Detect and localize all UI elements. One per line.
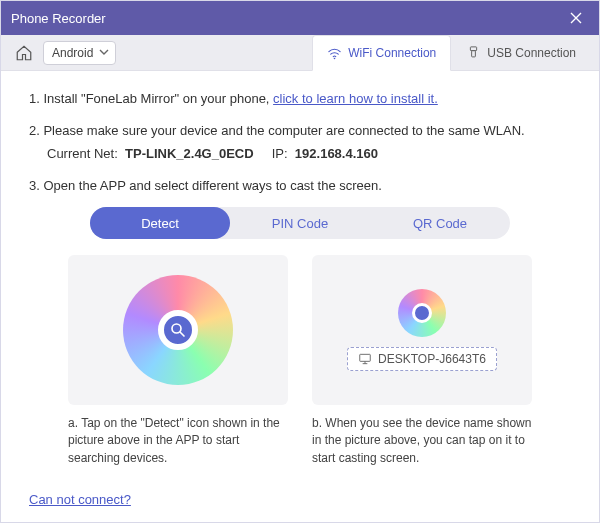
detect-illustration bbox=[68, 255, 288, 405]
color-wheel-icon bbox=[123, 275, 233, 385]
step-2: 2. Please make sure your device and the … bbox=[29, 121, 571, 164]
svg-rect-4 bbox=[360, 354, 371, 361]
cast-mode-segments: Detect PIN Code QR Code bbox=[90, 207, 510, 239]
svg-point-0 bbox=[334, 57, 336, 59]
toolbar: Android WiFi Connection USB Connection bbox=[1, 35, 599, 71]
device-illustration: DESKTOP-J6643T6 bbox=[312, 255, 532, 405]
ip-label: IP: bbox=[272, 146, 288, 161]
usb-icon bbox=[466, 45, 481, 60]
platform-select[interactable]: Android bbox=[43, 41, 116, 65]
segment-detect[interactable]: Detect bbox=[90, 207, 230, 239]
tab-wifi-connection[interactable]: WiFi Connection bbox=[312, 35, 451, 71]
step-2-text: 2. Please make sure your device and the … bbox=[29, 121, 571, 141]
content-area: 1. Install "FoneLab Mirror" on your phon… bbox=[1, 71, 599, 476]
tab-usb-label: USB Connection bbox=[487, 46, 576, 60]
color-wheel-small-icon bbox=[398, 289, 446, 337]
step-1-text: 1. Install "FoneLab Mirror" on your phon… bbox=[29, 91, 273, 106]
panel-detect: a. Tap on the "Detect" icon shown in the… bbox=[68, 255, 288, 467]
search-icon bbox=[158, 310, 198, 350]
svg-rect-1 bbox=[471, 47, 477, 51]
tab-wifi-label: WiFi Connection bbox=[348, 46, 436, 60]
app-window: Phone Recorder Android WiFi Connection U… bbox=[0, 0, 600, 523]
network-info: Current Net: TP-LINK_2.4G_0ECD IP: 192.1… bbox=[29, 144, 571, 164]
device-name: DESKTOP-J6643T6 bbox=[378, 352, 486, 366]
wifi-icon bbox=[327, 46, 342, 61]
install-help-link[interactable]: click to learn how to install it. bbox=[273, 91, 438, 106]
window-title: Phone Recorder bbox=[11, 11, 563, 26]
close-icon[interactable] bbox=[563, 11, 589, 25]
device-chip[interactable]: DESKTOP-J6643T6 bbox=[347, 347, 497, 371]
titlebar: Phone Recorder bbox=[1, 1, 599, 35]
tab-usb-connection[interactable]: USB Connection bbox=[451, 35, 591, 71]
segment-qr-code[interactable]: QR Code bbox=[370, 207, 510, 239]
chevron-down-icon bbox=[99, 47, 109, 57]
caption-b: b. When you see the device name shown in… bbox=[312, 415, 532, 467]
step-3: 3. Open the APP and select different way… bbox=[29, 176, 571, 196]
svg-point-3 bbox=[172, 324, 181, 333]
illustration-panels: a. Tap on the "Detect" icon shown in the… bbox=[29, 255, 571, 467]
svg-rect-2 bbox=[472, 51, 476, 57]
platform-value: Android bbox=[52, 46, 93, 60]
cannot-connect-link[interactable]: Can not connect? bbox=[29, 492, 131, 507]
home-icon[interactable] bbox=[9, 38, 39, 68]
step-1: 1. Install "FoneLab Mirror" on your phon… bbox=[29, 89, 571, 109]
net-value: TP-LINK_2.4G_0ECD bbox=[125, 146, 254, 161]
panel-device: DESKTOP-J6643T6 b. When you see the devi… bbox=[312, 255, 532, 467]
ip-value: 192.168.4.160 bbox=[295, 146, 378, 161]
caption-a: a. Tap on the "Detect" icon shown in the… bbox=[68, 415, 288, 467]
segment-pin-code[interactable]: PIN Code bbox=[230, 207, 370, 239]
net-label: Current Net: bbox=[47, 146, 118, 161]
monitor-icon bbox=[358, 352, 372, 366]
footer: Can not connect? bbox=[1, 476, 599, 522]
